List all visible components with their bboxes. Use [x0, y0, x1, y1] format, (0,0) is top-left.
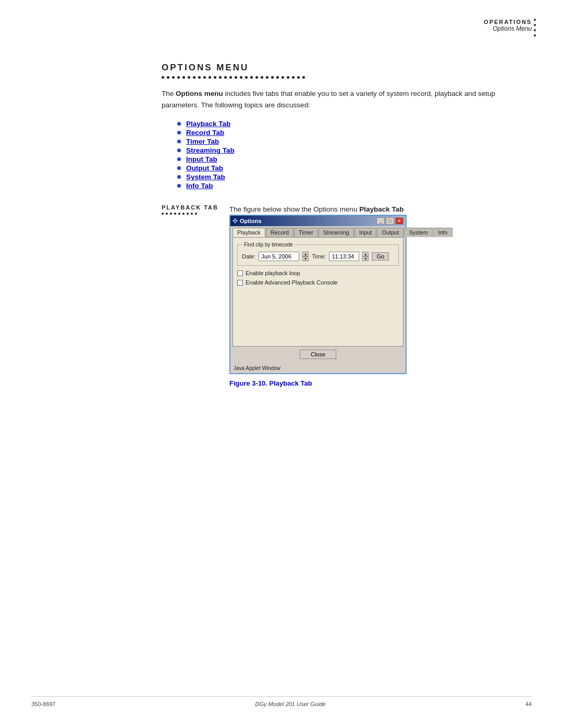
time-label: Time: [312, 253, 326, 260]
tab-system[interactable]: System [404, 228, 433, 237]
d11 [214, 76, 216, 79]
pt-d7 [187, 213, 189, 215]
figure-caption-text: Figure 3-10. Playback Tab [229, 379, 312, 387]
go-button[interactable]: Go [372, 252, 389, 261]
footer-page-number: 44 [525, 701, 532, 707]
dot4 [534, 34, 536, 36]
time-down[interactable]: ▼ [362, 256, 369, 261]
list-item: Info Tab [177, 182, 532, 190]
footer-document-title: DGy Model 201 User Guide [255, 701, 326, 707]
dialog-titlebar: ✣ Options _ □ ✕ [230, 216, 406, 226]
dialog-close-button[interactable]: Close [300, 350, 336, 359]
bullet-dot [177, 166, 181, 170]
timecode-row: Date: ▲ ▼ Time: ▲ ▼ [242, 252, 394, 261]
info-tab-link[interactable]: Info Tab [186, 182, 213, 190]
pt-d3 [170, 213, 172, 215]
d17 [245, 76, 248, 79]
playback-tab-link[interactable]: Playback Tab [186, 120, 230, 128]
list-item: System Tab [177, 173, 532, 181]
streaming-tab-link[interactable]: Streaming Tab [186, 146, 235, 154]
fieldset-legend: Find clip by timecode [242, 242, 295, 248]
playback-tab-label: PLAYBACK TAB [162, 204, 229, 211]
date-up[interactable]: ▲ [302, 252, 309, 256]
time-spinner[interactable]: ▲ ▼ [362, 252, 369, 261]
record-tab-link[interactable]: Record Tab [186, 129, 224, 137]
d1 [162, 76, 164, 79]
d25 [287, 76, 289, 79]
d13 [224, 76, 227, 79]
close-x-button[interactable]: ✕ [395, 217, 403, 225]
d7 [193, 76, 195, 79]
d18 [250, 76, 253, 79]
input-tab-link[interactable]: Input Tab [186, 155, 217, 163]
bullet-dot [177, 157, 181, 161]
time-up[interactable]: ▲ [362, 252, 369, 256]
page-footer: 350-8697 DGy Model 201 User Guide 44 [31, 696, 532, 707]
pt-d2 [166, 213, 168, 215]
bullet-dot [177, 184, 181, 188]
header-top-right: OPERATIONS Options Menu [484, 19, 532, 32]
d20 [261, 76, 263, 79]
playback-section: PLAYBACK TAB The figure below show the O… [162, 204, 532, 387]
tab-input[interactable]: Input [354, 228, 376, 237]
playback-description: The figure below show the Options menu P… [229, 204, 532, 215]
options-menu-bold: Options menu [176, 90, 223, 97]
output-tab-link[interactable]: Output Tab [186, 164, 223, 172]
pt-d9 [195, 213, 197, 215]
date-input[interactable] [259, 252, 299, 261]
system-tab-link[interactable]: System Tab [186, 173, 225, 181]
advanced-playback-row: Enable Advanced Playback Console [237, 279, 399, 286]
footer-part-number: 350-8697 [31, 701, 56, 707]
minimize-button[interactable]: _ [376, 217, 385, 225]
operations-label: OPERATIONS [484, 19, 532, 25]
left-label-col: PLAYBACK TAB [162, 204, 229, 215]
figure-caption: Figure 3-10. Playback Tab [229, 379, 532, 387]
title-buttons: _ □ ✕ [376, 217, 403, 225]
tab-streaming[interactable]: Streaming [319, 228, 354, 237]
dialog-tabs: Playback Record Timer Streaming Input Ou… [230, 226, 406, 237]
playback-tab-dots [162, 213, 229, 215]
java-applet-label: Java Applet Window [230, 364, 406, 373]
heading-dots [162, 76, 532, 79]
d24 [282, 76, 284, 79]
header-subtitle: Options Menu [484, 25, 532, 32]
d15 [235, 76, 237, 79]
tab-playback[interactable]: Playback [232, 228, 265, 237]
list-item: Output Tab [177, 164, 532, 172]
d23 [276, 76, 279, 79]
d16 [240, 76, 242, 79]
maximize-button[interactable]: □ [386, 217, 394, 225]
tab-output[interactable]: Output [377, 228, 403, 237]
pt-d5 [178, 213, 180, 215]
d19 [255, 76, 258, 79]
dot1 [534, 19, 536, 21]
list-item: Timer Tab [177, 138, 532, 145]
timer-tab-link[interactable]: Timer Tab [186, 138, 219, 145]
d27 [297, 76, 300, 79]
section-title: OPTIONS MENU [162, 63, 532, 73]
topics-list: Playback Tab Record Tab Timer Tab Stream… [177, 120, 532, 190]
list-item: Playback Tab [177, 120, 532, 128]
playback-loop-checkbox[interactable] [237, 270, 243, 276]
d4 [177, 76, 180, 79]
timecode-fieldset: Find clip by timecode Date: ▲ ▼ Time: [237, 242, 399, 266]
date-down[interactable]: ▼ [302, 256, 309, 261]
tab-record[interactable]: Record [266, 228, 293, 237]
d26 [292, 76, 295, 79]
dialog-title: Options [240, 218, 262, 224]
d3 [172, 76, 175, 79]
d10 [209, 76, 211, 79]
title-left: ✣ Options [232, 217, 262, 225]
time-input[interactable] [329, 252, 359, 261]
bullet-dot [177, 140, 181, 143]
date-spinner[interactable]: ▲ ▼ [302, 252, 309, 261]
d12 [219, 76, 222, 79]
main-content: OPTIONS MENU The Options menu includes [162, 63, 532, 387]
tab-timer[interactable]: Timer [294, 228, 318, 237]
tab-info[interactable]: Info [433, 228, 452, 237]
options-dialog: ✣ Options _ □ ✕ Playback Record Timer St… [229, 215, 407, 374]
dialog-content: Find clip by timecode Date: ▲ ▼ Time: [232, 237, 403, 347]
pt-d8 [191, 213, 193, 215]
advanced-playback-checkbox[interactable] [237, 280, 243, 286]
figure-container: ✣ Options _ □ ✕ Playback Record Timer St… [229, 215, 532, 374]
